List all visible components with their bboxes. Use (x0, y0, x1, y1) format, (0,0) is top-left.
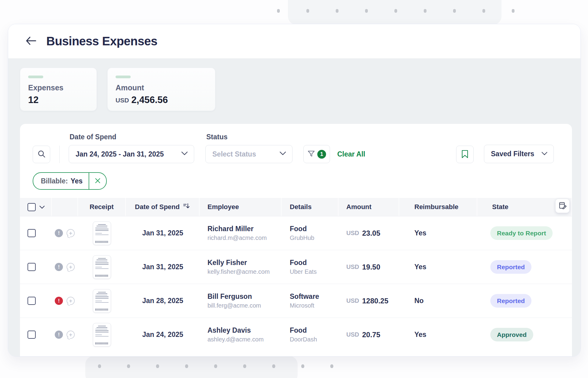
employee-cell: Bill Ferguson bill.ferg@acme.com (200, 284, 282, 318)
filter-right-tools: Saved Filters (456, 145, 554, 163)
expense-category: Food (290, 259, 317, 267)
page-title: Business Expenses (46, 34, 157, 48)
select-all-checkbox[interactable] (28, 203, 36, 211)
comment-plus-icon[interactable]: + (67, 263, 75, 271)
employee-email: bill.ferg@acme.com (207, 302, 261, 309)
column-header-receipt[interactable]: Receipt (78, 198, 126, 216)
alerts-column-header (52, 198, 78, 216)
stat-value: 12 (28, 95, 88, 105)
receipt-thumbnail[interactable] (93, 255, 111, 279)
column-label: Reimbursable (414, 203, 459, 211)
table-row[interactable]: ! + Jan 31, 2025 Kelly Fisher kelly.fish… (20, 250, 572, 284)
employee-email: kelly.fisher@acme.com (207, 268, 270, 275)
expenses-table: Receipt Date of Spend Employee Details A… (20, 198, 572, 356)
merchant-name: GrubHub (290, 234, 314, 241)
amount-cell: USD 23.05 (338, 216, 399, 250)
remove-chip-button[interactable] (89, 173, 106, 189)
comment-plus-icon[interactable]: + (67, 297, 75, 305)
amount-value: 19.50 (362, 263, 380, 271)
column-header-date[interactable]: Date of Spend (126, 198, 200, 216)
chevron-down-icon[interactable] (39, 203, 45, 211)
column-label: Details (290, 203, 312, 211)
comment-plus-icon[interactable]: + (67, 229, 75, 237)
decor-dots-top (264, 9, 528, 13)
date-cell: Jan 31, 2025 (126, 250, 200, 284)
chevron-down-icon (279, 151, 286, 157)
expense-category: Food (290, 225, 314, 233)
column-header-reimbursable[interactable]: Reimbursable (399, 198, 477, 216)
expenses-window: Business Expenses Expenses 12 Amount USD… (8, 24, 581, 357)
reimbursable-cell: Yes (399, 250, 477, 284)
row-alerts-cell: ! + (52, 216, 78, 250)
state-badge: Reported (490, 260, 531, 274)
expense-category: Food (290, 326, 317, 334)
column-header-employee[interactable]: Employee (200, 198, 282, 216)
table-body: ! + Jan 31, 2025 Richard Miller richard.… (20, 216, 572, 351)
receipt-cell (78, 216, 126, 250)
search-button[interactable] (33, 146, 50, 163)
date-range-dropdown[interactable]: Jan 24, 2025 - Jan 31, 2025 (69, 145, 194, 163)
receipt-cell (78, 318, 126, 351)
details-cell: Food Uber Eats (282, 250, 338, 284)
stat-card-expenses: Expenses 12 (20, 68, 97, 111)
amount-value: 23.05 (362, 229, 380, 237)
currency-code: USD (346, 297, 359, 304)
employee-name: Kelly Fisher (207, 259, 270, 267)
reimbursable-value: No (414, 297, 424, 305)
date-cell: Jan 31, 2025 (126, 216, 200, 250)
employee-email: richard.m@acme.com (207, 234, 267, 241)
state-badge: Reported (490, 294, 531, 308)
employee-name: Ashley Davis (207, 326, 264, 334)
receipt-thumbnail[interactable] (93, 221, 111, 245)
state-cell: Approved (477, 318, 572, 351)
date-cell: Jan 28, 2025 (126, 284, 200, 318)
receipt-thumbnail[interactable] (93, 289, 111, 313)
row-checkbox[interactable] (28, 297, 36, 305)
page-header: Business Expenses (8, 24, 580, 58)
alert-icon: ! (55, 229, 63, 237)
column-header-details[interactable]: Details (282, 198, 338, 216)
employee-cell: Ashley Davis ashley.d@acme.com (200, 318, 282, 351)
table-row[interactable]: ! + Jan 28, 2025 Bill Ferguson bill.ferg… (20, 284, 572, 318)
employee-name: Bill Ferguson (207, 292, 261, 301)
row-checkbox[interactable] (28, 263, 36, 271)
reimbursable-value: Yes (414, 263, 426, 271)
row-select-cell (20, 318, 52, 351)
employee-cell: Kelly Fisher kelly.fisher@acme.com (200, 250, 282, 284)
sort-descending-icon[interactable] (183, 202, 190, 212)
decor-dots-bottom (85, 364, 347, 368)
state-cell: Reported (477, 250, 572, 284)
save-filter-button[interactable] (456, 146, 474, 163)
chip-value: Yes (70, 177, 83, 185)
receipt-thumbnail[interactable] (93, 323, 111, 347)
active-filters-button[interactable]: 1 (303, 145, 330, 163)
row-alerts-cell: ! + (52, 284, 78, 318)
summary-stats: Expenses 12 Amount USD2,456.56 (20, 68, 572, 111)
row-select-cell (20, 216, 52, 250)
saved-filters-dropdown[interactable]: Saved Filters (484, 145, 554, 163)
back-button[interactable] (25, 35, 37, 47)
state-cell: Reported (477, 284, 572, 318)
table-row[interactable]: ! + Jan 31, 2025 Richard Miller richard.… (20, 216, 572, 250)
employee-name: Richard Miller (207, 225, 267, 233)
stat-label: Expenses (28, 83, 88, 92)
date-filter-group: Date of Spend Jan 24, 2025 - Jan 31, 202… (69, 133, 194, 163)
reimbursable-cell: Yes (399, 318, 477, 351)
comment-plus-icon[interactable]: + (67, 331, 75, 339)
funnel-icon (307, 150, 315, 159)
status-filter-group: Status Select Status (205, 133, 292, 163)
status-dropdown[interactable]: Select Status (205, 145, 292, 163)
merchant-name: Microsoft (290, 302, 319, 309)
clear-all-button[interactable]: Clear All (337, 150, 365, 158)
state-badge: Ready to Report (490, 226, 553, 240)
details-cell: Food GrubHub (282, 216, 338, 250)
date-cell: Jan 24, 2025 (126, 318, 200, 351)
table-row[interactable]: ! + Jan 24, 2025 Ashley Davis ashley.d@a… (20, 318, 572, 351)
column-header-amount[interactable]: Amount (338, 198, 399, 216)
edit-columns-button[interactable] (555, 199, 570, 213)
search-icon (38, 150, 46, 159)
chip-label: Billable: (41, 177, 68, 185)
row-checkbox[interactable] (28, 229, 36, 237)
row-alerts-cell: ! + (52, 318, 78, 351)
row-checkbox[interactable] (28, 331, 36, 339)
